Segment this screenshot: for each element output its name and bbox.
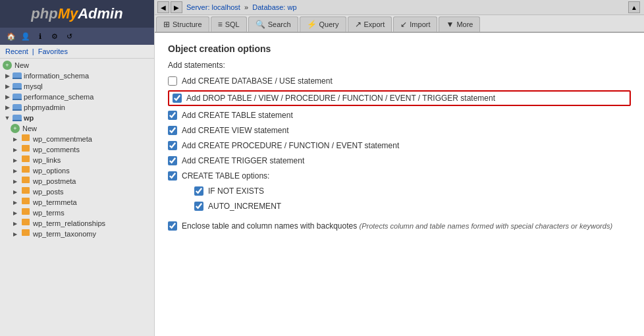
- tree-item-wp_postmeta[interactable]: ▶wp_postmeta: [0, 176, 154, 186]
- export-tab-icon: ↗: [355, 20, 362, 29]
- label-add_create_procedure: Add CREATE PROCEDURE / FUNCTION / EVENT …: [182, 141, 399, 150]
- import-tab-icon: ↙: [400, 20, 407, 29]
- tree-item-wp-new[interactable]: +New: [0, 123, 154, 134]
- label-create_table_options: CREATE TABLE options:: [182, 171, 269, 181]
- table-expand-icon: ▶: [11, 145, 20, 154]
- tree-item-mysql[interactable]: ▶mysql: [0, 81, 154, 92]
- table-icon: [22, 219, 30, 225]
- option-row-add_drop_table: Add DROP TABLE / VIEW / PROCEDURE / FUNC…: [168, 90, 631, 106]
- add-statements-label: Add statements:: [168, 61, 631, 70]
- checkbox-add_create_table[interactable]: [168, 111, 177, 120]
- checkbox-add_create_view[interactable]: [168, 126, 177, 135]
- sub-option-row-if_not_exists: IF NOT EXISTS: [194, 185, 631, 197]
- back-button[interactable]: ◀: [157, 1, 169, 13]
- checkbox-create_table_options[interactable]: [168, 171, 177, 181]
- table-expand-icon: ▶: [11, 187, 20, 196]
- collapse-button[interactable]: ▲: [628, 1, 640, 13]
- label-add_create_table: Add CREATE TABLE statement: [182, 111, 293, 120]
- tab-search[interactable]: 🔍 Search: [248, 16, 298, 32]
- enclose-note: (Protects column and table names formed …: [360, 222, 613, 230]
- table-icons: ▶: [11, 187, 32, 196]
- table-icons: ▶: [11, 208, 32, 217]
- tree-item-new-top[interactable]: +New: [0, 60, 154, 70]
- tree-label: wp_commentmeta: [33, 135, 92, 143]
- checkbox-add_create_trigger[interactable]: [168, 156, 177, 165]
- tabs-bar: ⊞ Structure ≡ SQL 🔍 Search ⚡ Query ↗ Exp…: [155, 15, 644, 33]
- tree-item-wp_commentmeta[interactable]: ▶wp_commentmeta: [0, 134, 154, 144]
- tab-sql[interactable]: ≡ SQL: [211, 16, 247, 32]
- home-icon[interactable]: 🏠: [5, 30, 17, 42]
- content-area: Object creation options Add statements: …: [155, 33, 644, 336]
- favorites-link[interactable]: Favorites: [38, 47, 68, 55]
- server-link[interactable]: Server: localhost: [186, 3, 240, 11]
- sep: |: [32, 47, 34, 55]
- tree-item-wp_terms[interactable]: ▶wp_terms: [0, 208, 154, 218]
- tree-item-wp_links[interactable]: ▶wp_links: [0, 155, 154, 165]
- user-icon[interactable]: 👤: [20, 30, 32, 42]
- option-row-add_create_db: Add CREATE DATABASE / USE statement: [168, 75, 631, 87]
- database-link[interactable]: Database: wp: [252, 3, 296, 11]
- tab-structure[interactable]: ⊞ Structure: [156, 16, 209, 32]
- page-title: Object creation options: [168, 43, 631, 54]
- checkbox-add_create_procedure[interactable]: [168, 141, 177, 150]
- tab-query[interactable]: ⚡ Query: [300, 16, 346, 32]
- checkbox-auto_increment[interactable]: [194, 202, 203, 211]
- tree-item-wp_termmeta[interactable]: ▶wp_termmeta: [0, 197, 154, 208]
- tab-structure-label: Structure: [173, 20, 202, 28]
- sub-options-create_table_options: IF NOT EXISTSAUTO_INCREMENT: [194, 185, 631, 212]
- checkbox-add_create_db[interactable]: [168, 76, 177, 86]
- recent-link[interactable]: Recent: [5, 47, 28, 55]
- tree-item-performance_schema[interactable]: ▶performance_schema: [0, 92, 154, 102]
- table-expand-icon: ▶: [11, 155, 20, 165]
- tree-label: wp_links: [33, 156, 61, 164]
- forward-button[interactable]: ▶: [171, 1, 182, 13]
- table-icon: [22, 134, 30, 141]
- db-icon: [13, 115, 22, 121]
- settings-icon[interactable]: ⚙: [49, 30, 61, 42]
- tree-label: New: [14, 61, 29, 69]
- option-row-add_create_procedure: Add CREATE PROCEDURE / FUNCTION / EVENT …: [168, 140, 631, 152]
- tree-item-information_schema[interactable]: ▶information_schema: [0, 70, 154, 81]
- tree-item-wp_comments[interactable]: ▶wp_comments: [0, 144, 154, 155]
- label-add_create_trigger: Add CREATE TRIGGER statement: [182, 156, 304, 165]
- top-bar-right: ▲: [628, 1, 641, 13]
- table-expand-icon: ▶: [11, 198, 20, 207]
- enclose-checkbox[interactable]: [168, 221, 177, 231]
- tree-label: wp_termmeta: [33, 198, 77, 206]
- sub-option-row-auto_increment: AUTO_INCREMENT: [194, 200, 631, 212]
- enclose-option-row: Enclose table and column names with back…: [168, 220, 631, 232]
- table-expand-icon: ▶: [11, 229, 20, 238]
- logo-admin: Admin: [78, 5, 122, 22]
- main-panel: ◀ ▶ Server: localhost » Database: wp ▲ ⊞…: [155, 0, 644, 336]
- tree-label: wp_postmeta: [33, 177, 76, 185]
- info-icon[interactable]: ℹ: [34, 30, 46, 42]
- table-icons: ▶: [11, 145, 32, 154]
- tree-item-wp[interactable]: ▼wp: [0, 113, 154, 123]
- checkbox-if_not_exists[interactable]: [194, 186, 203, 196]
- tree-item-phpmyadmin[interactable]: ▶phpmyadmin: [0, 102, 154, 113]
- label-add_create_view: Add CREATE VIEW statement: [182, 126, 289, 135]
- tree-item-wp_term_taxonomy[interactable]: ▶wp_term_taxonomy: [0, 229, 154, 239]
- tab-more[interactable]: ▼ More: [439, 16, 480, 32]
- refresh-icon[interactable]: ↺: [63, 30, 75, 42]
- checkbox-add_drop_table[interactable]: [173, 94, 182, 103]
- tab-export[interactable]: ↗ Export: [348, 16, 392, 32]
- tree-label: wp_options: [33, 167, 70, 175]
- tab-search-label: Search: [268, 20, 291, 28]
- options-container: Add CREATE DATABASE / USE statementAdd D…: [168, 75, 631, 212]
- table-icons: ▶: [11, 166, 32, 175]
- expand-icon: ▶: [3, 71, 12, 80]
- tree-label: performance_schema: [24, 93, 94, 101]
- tree-label: wp_comments: [33, 146, 80, 154]
- expand-icon: ▶: [3, 92, 12, 101]
- tree-item-wp_posts[interactable]: ▶wp_posts: [0, 186, 154, 197]
- tab-query-label: Query: [319, 20, 339, 28]
- tab-import[interactable]: ↙ Import: [393, 16, 437, 32]
- tree-item-wp_term_relationships[interactable]: ▶wp_term_relationships: [0, 218, 154, 229]
- structure-tab-icon: ⊞: [163, 20, 170, 29]
- logo-php: php: [31, 5, 57, 22]
- option-row-create_table_options: CREATE TABLE options:: [168, 170, 631, 182]
- tree-item-wp_options[interactable]: ▶wp_options: [0, 165, 154, 176]
- database-tree: +New▶information_schema▶mysql▶performanc…: [0, 59, 154, 336]
- logo-area: phpMyAdmin: [0, 0, 154, 28]
